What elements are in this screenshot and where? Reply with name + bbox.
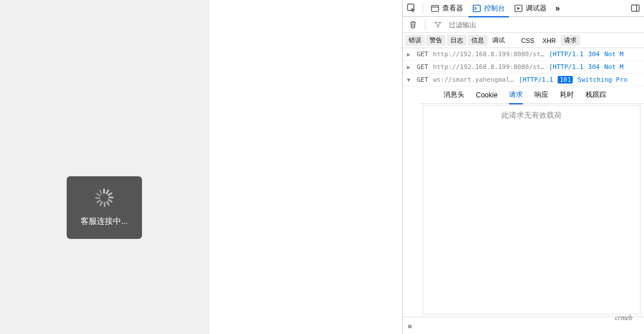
request-detail-tabs: 消息头 Cookie 请求 响应 耗时 栈跟踪 [420, 86, 644, 104]
request-proto: [HTTP/1.1 [549, 50, 584, 58]
pick-element-button[interactable] [404, 1, 419, 15]
inspector-icon [431, 4, 439, 13]
request-method: GET [417, 50, 428, 58]
spinner-icon [95, 188, 114, 207]
tab-console[interactable]: 控制台 [468, 0, 509, 17]
request-proto: [HTTP/1.1 [519, 76, 554, 84]
dtab-stack[interactable]: 栈跟踪 [585, 86, 606, 104]
cat-errors[interactable]: 错误 [405, 35, 425, 46]
status-text: Not M [604, 50, 623, 58]
tab-debugger[interactable]: 调试器 [510, 0, 551, 17]
network-row[interactable]: ▼ GET ws://smart.yahengmal… [HTTP/1.1 10… [403, 74, 644, 86]
tab-inspector-label: 查看器 [442, 3, 463, 13]
status-code: 304 [588, 63, 600, 71]
cat-requests[interactable]: 请求 [561, 35, 580, 46]
network-row[interactable]: ▶ GET http://192.168.8.199:8080/st… [HTT… [403, 48, 644, 61]
status-text: Not M [604, 63, 623, 71]
request-method: GET [417, 76, 428, 84]
request-detail-body: 此请求无有效载荷 [423, 105, 641, 314]
devtools-panel: 查看器 控制台 调试器 » 错误 警告 日志 信息 调试 CSS [402, 0, 644, 334]
status-code: 101 [558, 76, 573, 84]
svg-rect-1 [431, 5, 438, 11]
console-icon [472, 4, 481, 13]
dtab-cookie[interactable]: Cookie [476, 86, 497, 104]
cat-debug[interactable]: 调试 [489, 35, 508, 46]
dtab-headers[interactable]: 消息头 [443, 86, 464, 104]
dtab-request[interactable]: 请求 [509, 86, 523, 104]
clear-console-button[interactable] [406, 19, 419, 31]
disclosure-icon[interactable]: ▶ [405, 51, 412, 57]
dock-right-icon [631, 3, 640, 13]
svg-rect-5 [632, 5, 639, 12]
status-text: Switching Pro [577, 76, 627, 84]
request-proto: [HTTP/1.1 [549, 63, 584, 71]
cat-logs[interactable]: 日志 [447, 35, 467, 46]
watermark: crmeb [615, 314, 632, 322]
dtab-response[interactable]: 响应 [534, 86, 548, 104]
cat-warnings[interactable]: 警告 [426, 35, 446, 46]
console-filter-bar [403, 17, 644, 33]
tab-console-label: 控制台 [484, 3, 505, 13]
funnel-icon [434, 21, 442, 28]
status-code: 304 [588, 50, 600, 58]
trash-icon [409, 20, 417, 29]
loading-toast: 客服连接中... [67, 176, 142, 239]
console-category-bar: 错误 警告 日志 信息 调试 CSS XHR 请求 [403, 33, 644, 48]
disclosure-icon[interactable]: ▼ [405, 77, 412, 83]
cat-info[interactable]: 信息 [468, 35, 487, 46]
no-payload-text: 此请求无有效载荷 [501, 110, 562, 121]
devtools-footer: » [403, 317, 644, 334]
footer-overflow-button[interactable]: » [407, 321, 412, 331]
request-url: ws://smart.yahengmal… [433, 76, 514, 84]
dock-mode-button[interactable] [628, 1, 643, 15]
cat-css[interactable]: CSS [518, 36, 538, 45]
dtab-timing[interactable]: 耗时 [560, 86, 574, 104]
mobile-preview-pane: 客服连接中... [0, 0, 208, 334]
tabs-overflow-button[interactable]: » [552, 3, 563, 13]
loading-text: 客服连接中... [81, 216, 128, 227]
disclosure-icon[interactable]: ▶ [405, 64, 412, 70]
content-pane [209, 0, 402, 334]
cat-xhr[interactable]: XHR [539, 36, 559, 45]
network-list: ▶ GET http://192.168.8.199:8080/st… [HTT… [403, 48, 644, 86]
tab-inspector[interactable]: 查看器 [427, 0, 467, 17]
network-row[interactable]: ▶ GET http://192.168.8.199:8080/st… [HTT… [403, 61, 644, 74]
console-filter-input[interactable] [447, 20, 641, 30]
debugger-icon [514, 4, 523, 13]
filter-toggle-button[interactable] [431, 19, 444, 31]
request-method: GET [417, 63, 428, 71]
request-url: http://192.168.8.199:8080/st… [433, 50, 544, 58]
tab-debugger-label: 调试器 [526, 3, 547, 13]
request-url: http://192.168.8.199:8080/st… [433, 63, 544, 71]
devtools-toolbar: 查看器 控制台 调试器 » [403, 0, 644, 17]
